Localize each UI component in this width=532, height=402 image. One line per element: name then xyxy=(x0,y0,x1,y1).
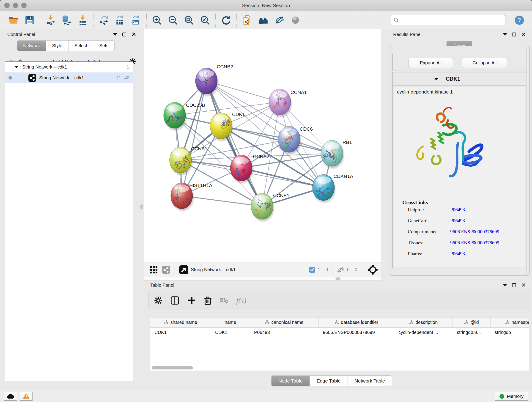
tab-node-table[interactable]: Node Table xyxy=(271,375,310,386)
network-canvas[interactable]: CCNB2CCNA1CDC25BCDK1CDC6RB1CCNB1CCNA2CDK… xyxy=(144,29,381,262)
tab-style[interactable]: Style xyxy=(46,40,68,51)
panel-menu-icon[interactable] xyxy=(113,33,117,36)
column-header--id[interactable]: @id xyxy=(453,317,491,327)
tree-expand-icon[interactable] xyxy=(14,66,18,68)
collapse-section-icon[interactable] xyxy=(434,78,438,80)
tab-sets[interactable]: Sets xyxy=(93,40,114,51)
panel-close-icon[interactable]: ✕ xyxy=(131,32,136,37)
selected-nodes-checkbox-icon[interactable] xyxy=(309,267,316,273)
left-splitter-handle[interactable] xyxy=(140,204,143,210)
crosslink-link[interactable]: 9606.ENSP00000378699 xyxy=(450,229,499,238)
column-header-shared-name[interactable]: shared name xyxy=(150,317,211,327)
birds-eye-view-icon[interactable] xyxy=(179,265,189,274)
node-label-CDC25B: CDC25B xyxy=(186,102,205,108)
crosslink-link[interactable]: P06493 xyxy=(450,207,465,216)
window-title: Session: New Session xyxy=(0,0,532,11)
collapse-all-button[interactable]: Collapse All xyxy=(462,58,507,68)
crosslink-link[interactable]: P06493 xyxy=(450,251,465,260)
node-table: shared namenamecanonical namedatabase id… xyxy=(150,317,529,371)
tab-network-table[interactable]: Network Table xyxy=(348,375,392,386)
tab-select[interactable]: Select xyxy=(69,40,94,51)
column-header-name[interactable]: name xyxy=(211,317,250,327)
table-row[interactable]: CDK1CDK1P064939606.ENSP00000378699cyclin… xyxy=(150,327,529,337)
crosslink-label: Pharos: xyxy=(408,251,450,260)
expand-collapse-box: Expand All Collapse All xyxy=(393,54,526,71)
table-cell[interactable]: cyclin-dependent ... xyxy=(394,330,453,335)
panel-close-icon[interactable]: ✕ xyxy=(521,283,526,287)
save-session-icon[interactable] xyxy=(23,14,36,27)
network-edge-CCNB2-HIST1H1A[interactable] xyxy=(182,81,206,196)
column-header-description[interactable]: description xyxy=(394,317,453,327)
column-header-namespace[interactable]: namespace xyxy=(491,317,529,327)
show-all-eye-icon[interactable] xyxy=(289,14,302,27)
export-network-icon[interactable] xyxy=(98,14,110,27)
toolbar-separator xyxy=(40,13,40,27)
expand-all-button[interactable]: Expand All xyxy=(408,58,453,68)
hidden-eye-slash-icon[interactable] xyxy=(336,266,345,273)
import-table-file-icon[interactable] xyxy=(76,14,89,27)
export-table-icon[interactable] xyxy=(114,14,126,27)
collection-label: String Network – cdk1 xyxy=(22,64,67,70)
delete-trash-icon[interactable] xyxy=(204,296,212,305)
panel-close-icon[interactable]: ✕ xyxy=(521,32,526,37)
import-network-file-icon[interactable] xyxy=(44,14,57,27)
tab-network[interactable]: Network xyxy=(17,40,46,51)
panel-menu-icon[interactable] xyxy=(503,284,507,287)
export-image-icon[interactable] xyxy=(130,14,142,27)
crosslink-link[interactable]: P06493 xyxy=(450,218,465,227)
import-network-database-icon[interactable] xyxy=(60,14,73,27)
hidden-count: 0 – 0 xyxy=(347,267,357,272)
add-column-plus-icon[interactable] xyxy=(187,296,196,305)
table-cell[interactable]: CDK1 xyxy=(150,330,211,335)
table-cell[interactable]: CDK1 xyxy=(211,330,250,335)
column-header-label: database identifier xyxy=(341,320,378,325)
panel-float-icon[interactable] xyxy=(512,283,516,287)
table-horizontal-scrollbar[interactable] xyxy=(152,366,193,370)
network-collection-row[interactable]: String Network – cdk1 1 xyxy=(5,62,133,72)
column-header-database-identifier[interactable]: database identifier xyxy=(319,317,394,327)
network-row[interactable]: String Network – cdk1 11 48 xyxy=(5,72,133,83)
splitter-handle[interactable] xyxy=(336,277,341,280)
network-edge-HIST1H1A-CCNE1[interactable] xyxy=(182,196,262,206)
panel-float-icon[interactable] xyxy=(122,32,126,36)
protein-card-header[interactable]: CDK1 xyxy=(393,72,526,86)
table-cell[interactable]: P06493 xyxy=(250,330,319,335)
first-neighbors-houses-icon[interactable] xyxy=(257,14,269,27)
cloud-status-button[interactable] xyxy=(4,392,17,401)
zoom-out-icon[interactable] xyxy=(167,14,179,27)
memory-button[interactable]: Memory xyxy=(495,392,528,401)
grid-view-icon[interactable] xyxy=(150,266,158,274)
help-icon[interactable]: ? xyxy=(514,15,525,26)
open-session-icon[interactable] xyxy=(7,14,20,27)
crosslink-link[interactable]: 9606.ENSP00000378699 xyxy=(450,240,499,249)
column-header-canonical-name[interactable]: canonical name xyxy=(250,317,319,327)
node-label-CCNE1: CCNE1 xyxy=(273,193,289,198)
new-network-from-selection-icon[interactable] xyxy=(241,14,253,27)
zoom-fit-icon[interactable] xyxy=(183,14,195,27)
zoom-selected-icon[interactable] xyxy=(199,14,211,27)
panel-float-icon[interactable] xyxy=(512,32,516,36)
panel-menu-icon[interactable] xyxy=(503,33,507,36)
column-header-label: @id xyxy=(471,320,479,325)
memory-status-dot-icon xyxy=(500,394,504,399)
show-columns-icon[interactable] xyxy=(170,296,179,305)
table-cell[interactable]: 9606.ENSP00000378699 xyxy=(319,330,394,335)
warning-status-button[interactable] xyxy=(20,392,32,401)
node-label-CCNB2: CCNB2 xyxy=(217,64,233,69)
search-input[interactable] xyxy=(399,17,503,23)
results-scrollbar[interactable] xyxy=(526,47,529,274)
network-edge-CCNB2-CCNE1[interactable] xyxy=(206,81,262,206)
table-settings-gear-icon[interactable] xyxy=(154,296,162,305)
fit-selected-crosshair-icon[interactable] xyxy=(367,264,378,275)
function-builder-icon: f(x) xyxy=(236,296,246,305)
protein-structure-image xyxy=(409,98,487,184)
network-share-view-icon[interactable] xyxy=(162,265,171,274)
hide-selected-eye-slash-icon[interactable] xyxy=(273,14,285,27)
apply-layout-refresh-icon[interactable] xyxy=(220,14,232,27)
protein-symbol: CDK1 xyxy=(446,76,460,82)
tab-edge-table[interactable]: Edge Table xyxy=(310,375,348,386)
table-cell[interactable]: stringdb xyxy=(491,330,529,335)
selected-count: 1 – 0 xyxy=(318,267,328,272)
zoom-in-icon[interactable] xyxy=(151,14,163,27)
table-cell[interactable]: stringdb:9... xyxy=(453,330,491,335)
